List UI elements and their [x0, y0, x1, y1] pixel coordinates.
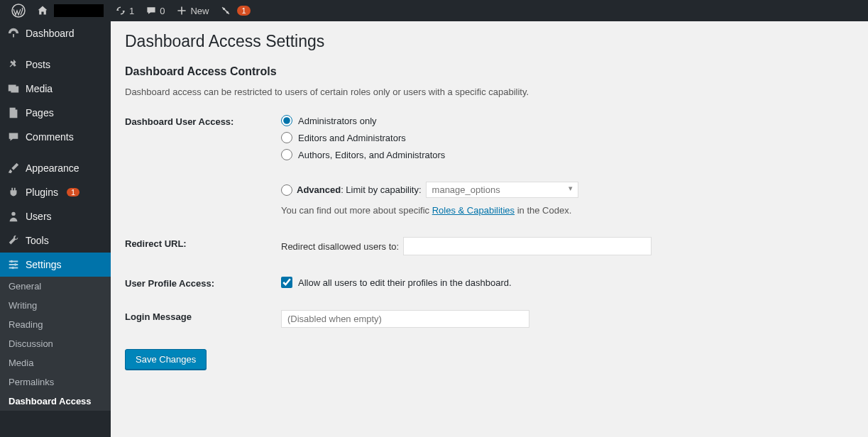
wordpress-icon [11, 4, 26, 18]
site-name-menu[interactable] [31, 0, 109, 21]
seo-badge: 1 [237, 6, 250, 16]
refresh-icon [115, 5, 126, 16]
admin-toolbar: 1 0 New 1 [0, 0, 868, 21]
updates-menu[interactable]: 1 [109, 0, 140, 21]
home-icon [37, 5, 48, 16]
seo-menu[interactable]: 1 [214, 0, 256, 21]
comments-menu[interactable]: 0 [140, 0, 170, 21]
comments-count: 0 [160, 6, 165, 16]
wp-logo-menu[interactable] [6, 0, 31, 21]
updates-count: 1 [129, 6, 134, 16]
new-content-menu[interactable]: New [170, 0, 214, 21]
new-label: New [190, 6, 209, 16]
comment-icon [145, 5, 157, 16]
plus-icon [176, 5, 187, 16]
seo-icon [220, 5, 231, 16]
site-name-redacted [54, 4, 104, 17]
